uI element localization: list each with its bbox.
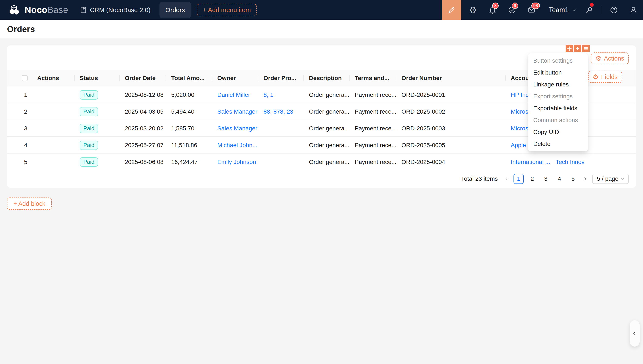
row-index: 2 <box>22 103 35 120</box>
owner-link[interactable]: Emily Johnson <box>217 159 256 166</box>
menu-item-delete[interactable]: Delete <box>528 138 588 150</box>
terms-cell: Payment rece... <box>355 120 399 137</box>
key-icon <box>585 6 593 14</box>
page-title: Orders <box>7 24 35 34</box>
account-link[interactable]: International ... <box>511 159 550 166</box>
nocobase-logo[interactable]: NocoBase <box>8 4 68 16</box>
drag-move-icon[interactable] <box>566 45 573 52</box>
tasks-count-badge: 9 <box>512 2 518 9</box>
account-link[interactable]: Tech Innov <box>556 159 584 166</box>
menu-item-edit-button[interactable]: Edit button <box>528 67 588 78</box>
column-header-order-number: Order Number <box>401 70 509 86</box>
select-all-cell <box>22 70 35 86</box>
column-header-order-date: Order Date <box>125 70 168 86</box>
owner-link[interactable]: Michael John... <box>217 142 257 149</box>
row-actions-cell <box>37 86 78 103</box>
team-dropdown[interactable]: Team1 <box>549 6 577 14</box>
page-size-select[interactable]: 5 / page <box>592 174 629 184</box>
column-header-actions: Actions <box>37 70 78 86</box>
pagination-page-1[interactable]: 1 <box>514 174 524 184</box>
navbar: NocoBase CRM (NocoBase 2.0) Orders + Add… <box>0 0 643 20</box>
notification-dot <box>590 3 594 7</box>
column-header-owner: Owner <box>217 70 261 86</box>
tasks-button[interactable]: 9 <box>508 6 516 14</box>
account-link[interactable]: HP Inc <box>511 92 529 98</box>
account-link[interactable]: Micros <box>511 108 528 115</box>
status-cell: Paid <box>80 154 123 170</box>
pagination-next-button[interactable] <box>581 174 589 184</box>
nav-tab-orders[interactable]: Orders <box>159 2 191 18</box>
total-amount-cell: 1,585.70 <box>171 120 215 137</box>
menu-icon[interactable] <box>582 45 590 52</box>
row-index: 1 <box>22 86 35 103</box>
row-index: 5 <box>22 154 35 170</box>
select-all-checkbox[interactable] <box>22 75 28 81</box>
block-designer-toolbar <box>566 45 590 52</box>
lightning-icon[interactable] <box>574 45 581 52</box>
orders-tab-label: Orders <box>165 6 185 14</box>
terms-cell: Payment rece... <box>355 154 399 170</box>
messages-button[interactable]: 98 <box>528 6 536 14</box>
actions-button-label: Actions <box>604 55 624 62</box>
pagination: Total 23 items 1 2 3 4 5 5 / page <box>461 170 629 187</box>
description-cell: Order genera... <box>309 86 353 103</box>
brand-text: NocoBase <box>25 5 68 15</box>
account-link[interactable]: Apple <box>511 142 526 149</box>
nav-crm-menu-item[interactable]: CRM (NocoBase 2.0) <box>80 6 150 14</box>
order-products-links[interactable]: 88, 878, 23 <box>264 108 293 115</box>
column-header-total-amount: Total Amo... <box>171 70 215 86</box>
status-badge: Paid <box>80 140 98 150</box>
navbar-right: ⚙ 3 9 <box>442 0 637 20</box>
description-cell: Order genera... <box>309 103 353 120</box>
book-icon <box>80 6 87 14</box>
order-number-cell: ORD-2025-0002 <box>401 103 509 120</box>
row-actions-cell <box>37 120 78 137</box>
menu-item-copy-uid[interactable]: Copy UID <box>528 126 588 138</box>
owner-link[interactable]: Sales Manager <box>217 108 257 115</box>
settings-gear-button[interactable]: ⚙ <box>469 6 477 14</box>
team-label: Team1 <box>549 6 569 14</box>
terms-cell: Payment rece... <box>355 137 399 154</box>
user-profile-button[interactable] <box>629 6 637 14</box>
row-index: 4 <box>22 137 35 154</box>
gear-icon: ⚙ <box>469 6 477 14</box>
side-panel-toggle[interactable] <box>630 320 639 346</box>
fields-button[interactable]: ⚙ Fields <box>588 71 622 83</box>
add-block-button[interactable]: + Add block <box>7 198 52 210</box>
chevron-left-icon <box>631 330 638 336</box>
description-cell: Order genera... <box>309 154 353 170</box>
menu-group-common-actions: Common actions <box>528 114 588 126</box>
ui-editor-toggle-button[interactable] <box>442 0 461 20</box>
pagination-page-3[interactable]: 3 <box>541 174 551 184</box>
status-badge: Paid <box>80 107 98 116</box>
page-size-value: 5 / page <box>597 176 618 182</box>
chevron-down-icon <box>572 8 577 12</box>
status-cell: Paid <box>80 120 123 137</box>
actions-button[interactable]: ⚙ Actions <box>591 52 629 64</box>
menu-item-exportable-fields[interactable]: Exportable fields <box>528 102 588 114</box>
status-badge: Paid <box>80 90 98 100</box>
account-link[interactable]: Micros <box>511 125 528 132</box>
description-cell: Order genera... <box>309 120 353 137</box>
help-button[interactable] <box>610 6 618 14</box>
description-cell: Order genera... <box>309 137 353 154</box>
table-row[interactable]: 5 Paid 2025-08-06 08 16,424.47 Emily Joh… <box>7 154 636 170</box>
pagination-total: Total 23 items <box>461 176 498 182</box>
owner-link[interactable]: Daniel Miller <box>217 92 250 98</box>
api-keys-button[interactable] <box>585 6 593 14</box>
pagination-page-4[interactable]: 4 <box>554 174 565 184</box>
pagination-prev-button[interactable] <box>503 174 510 184</box>
total-amount-cell: 5,494.40 <box>171 103 215 120</box>
status-badge: Paid <box>80 157 98 167</box>
column-header-status: Status <box>80 70 123 86</box>
notifications-bell-button[interactable]: 3 <box>488 6 497 14</box>
menu-group-export-settings: Export settings <box>528 90 588 102</box>
order-products-links[interactable]: 8, 1 <box>264 92 274 98</box>
pagination-page-2[interactable]: 2 <box>527 174 537 184</box>
messages-count-badge: 98 <box>531 2 540 9</box>
menu-item-linkage-rules[interactable]: Linkage rules <box>528 78 588 90</box>
owner-link[interactable]: Sales Manager <box>217 125 257 132</box>
add-menu-item-button[interactable]: + Add menu item <box>197 4 257 16</box>
pagination-page-5[interactable]: 5 <box>568 174 578 184</box>
status-cell: Paid <box>80 103 123 120</box>
